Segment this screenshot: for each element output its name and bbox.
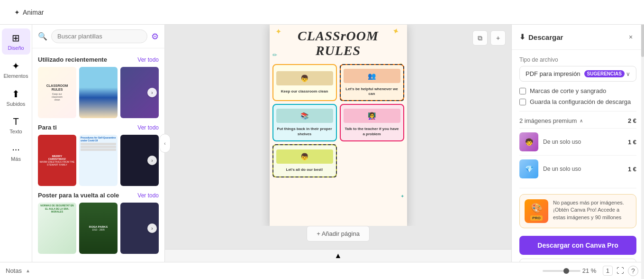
template-rosa-parks[interactable]: ROSA PARKS1913 - 2005 bbox=[79, 203, 118, 254]
download-close-button[interactable]: × bbox=[625, 31, 636, 43]
poster-title: CLASSrOOM RULES bbox=[270, 25, 407, 58]
download-panel: ⬇ Descargar × Tipo de archivo PDF para i… bbox=[511, 25, 644, 262]
download-scrollbar-thumb[interactable] bbox=[641, 25, 644, 57]
for-you-see-all[interactable]: Ver todo bbox=[137, 124, 159, 131]
poster-title-line2: RULES bbox=[270, 44, 407, 58]
download-scrollbar-track bbox=[641, 25, 644, 262]
design-icon: ⊞ bbox=[12, 32, 20, 44]
pay-and-download-button[interactable]: Pagar y descargar bbox=[519, 259, 636, 262]
text-icon: T bbox=[13, 116, 18, 127]
premium-title-area: 2 imágenes premium ∧ bbox=[519, 117, 583, 124]
add-page-label: + Añadir página bbox=[317, 230, 360, 237]
file-type-label: Tipo de archivo bbox=[519, 56, 636, 63]
add-page-area: + Añadir página bbox=[165, 226, 511, 249]
sidebar-item-text[interactable]: T Texto bbox=[2, 112, 30, 138]
poster-card-5-text: Let's all do our best! bbox=[286, 167, 323, 172]
recent-next-arrow[interactable]: › bbox=[147, 88, 157, 97]
canva-pro-thumb: 🎨 PRO bbox=[525, 199, 548, 223]
left-sidebar: ⊞ Diseño ✦ Elementos ⬆ Subidos T Texto ·… bbox=[0, 25, 32, 262]
poster-card-5: 👦 Let's all do our best! bbox=[272, 144, 337, 177]
template-christmas[interactable]: MERRYCHRISTMAS!WARM GREETINGS FROM THE S… bbox=[38, 135, 76, 186]
save-config-label: Guarda la configuración de descarga bbox=[530, 98, 631, 105]
suggestion-badge: SUGERENCIAS bbox=[584, 70, 625, 77]
decoration-star-tl: ✦ bbox=[275, 27, 281, 36]
zoom-slider[interactable] bbox=[543, 270, 581, 272]
fullscreen-icon[interactable]: ⛶ bbox=[617, 267, 624, 275]
school-title: Poster para la vuelta al cole bbox=[38, 192, 119, 199]
sidebar-item-elements[interactable]: ✦ Elementos bbox=[2, 56, 30, 83]
help-icon[interactable]: ? bbox=[628, 266, 638, 276]
template-panel: 🔍 ⚙ Utilizado recientemente Ver todo CLA… bbox=[32, 25, 165, 262]
premium-section: 2 imágenes premium ∧ 2 € 🧒 De un solo us… bbox=[519, 117, 636, 182]
zoom-value: 21 % bbox=[582, 267, 599, 274]
template-beach[interactable] bbox=[79, 67, 118, 118]
add-page-button[interactable]: + Añadir página bbox=[307, 226, 370, 242]
duplicate-canvas-button[interactable]: ⧉ bbox=[472, 30, 488, 46]
recent-see-all[interactable]: Ver todo bbox=[137, 56, 159, 63]
premium-price: 2 € bbox=[628, 117, 636, 124]
animate-icon: ✦ bbox=[14, 9, 20, 16]
premium-item-1-info: De un solo uso bbox=[543, 139, 581, 145]
download-title: ⬇ Descargar bbox=[519, 33, 563, 41]
notes-label: Notas bbox=[6, 267, 22, 274]
crop-marks-checkbox[interactable] bbox=[519, 88, 526, 94]
main-layout: ⊞ Diseño ✦ Elementos ⬆ Subidos T Texto ·… bbox=[0, 25, 644, 262]
file-type-name: PDF para impresión bbox=[526, 70, 581, 77]
premium-item-1: 🧒 De un solo uso 1 € bbox=[519, 128, 636, 155]
for-you-next-arrow[interactable]: › bbox=[147, 156, 157, 165]
canvas-scroll-up[interactable]: ▲ bbox=[165, 249, 511, 262]
school-section-header: Poster para la vuelta al cole Ver todo bbox=[38, 192, 159, 199]
page-indicator: 1 bbox=[603, 266, 613, 276]
premium-item-2-info: De un solo uso bbox=[543, 166, 581, 172]
premium-item-2-left: 💎 De un solo uso bbox=[519, 159, 581, 178]
sidebar-elements-label: Elementos bbox=[4, 73, 28, 79]
school-see-all[interactable]: Ver todo bbox=[137, 192, 159, 199]
premium-item-2-label: De un solo uso bbox=[543, 166, 581, 172]
checkbox-crop-marks: Marcas de corte y sangrado bbox=[519, 87, 636, 94]
bottom-bar: Notas ▲ 21 % 1 ⛶ ? bbox=[0, 262, 644, 279]
panel-scroll: Utilizado recientemente Ver todo CLASSRO… bbox=[32, 48, 164, 262]
collapse-panel-button[interactable]: ‹ bbox=[159, 134, 171, 153]
template-classroom[interactable]: CLASSROOMRULES Keep ourclassroomclean bbox=[38, 67, 76, 118]
file-type-selector[interactable]: PDF para impresión SUGERENCIAS ∨ bbox=[519, 66, 636, 82]
template-normas[interactable]: NORMAS DE SEGURETAT EN EL AULA DE LA SRA… bbox=[38, 203, 76, 254]
template-medical[interactable]: Procedures for Self-Quarantine under Cov… bbox=[79, 135, 118, 186]
canvas-content[interactable]: ⧉ + ✦ ✦ ✏ ◇ 〰 ✦ CLASSrOOM RULES bbox=[165, 25, 511, 226]
close-icon: × bbox=[629, 33, 633, 41]
sidebar-item-more[interactable]: ··· Más bbox=[2, 140, 30, 166]
pro-badge: PRO bbox=[530, 215, 542, 221]
poster-card-1-text: Keep our classroom clean bbox=[281, 89, 328, 94]
sidebar-design-label: Diseño bbox=[8, 45, 24, 51]
file-type-chevron-icon: ∨ bbox=[626, 71, 630, 77]
search-input[interactable] bbox=[51, 29, 147, 43]
premium-thumb-2: 💎 bbox=[519, 159, 538, 178]
download-with-pro-button[interactable]: Descargar con Canva Pro bbox=[519, 236, 636, 255]
premium-thumb-1: 🧒 bbox=[519, 132, 538, 151]
zoom-slider-thumb[interactable] bbox=[563, 268, 569, 274]
divider-1 bbox=[519, 111, 636, 112]
premium-item-2: 💎 De un solo uso 1 € bbox=[519, 155, 636, 182]
crop-marks-label: Marcas de corte y sangrado bbox=[530, 87, 606, 94]
recent-title: Utilizado recientemente bbox=[38, 56, 107, 63]
decoration-pencil: ✏ bbox=[272, 52, 277, 58]
poster-card-3-text: Put things back in their proper shelves bbox=[276, 127, 333, 137]
animate-button[interactable]: ✦ Animar bbox=[8, 6, 50, 19]
premium-chevron-icon[interactable]: ∧ bbox=[580, 118, 583, 123]
more-icon: ··· bbox=[12, 144, 20, 155]
poster-design: ✦ ✦ ✏ ◇ 〰 ✦ CLASSrOOM RULES 👦 Keep our c… bbox=[270, 25, 407, 226]
file-type-left: PDF para impresión SUGERENCIAS bbox=[526, 70, 625, 77]
school-templates: NORMAS DE SEGURETAT EN EL AULA DE LA SRA… bbox=[38, 203, 159, 254]
canvas-toolbar: ⧉ + bbox=[472, 30, 506, 46]
download-body: Tipo de archivo PDF para impresión SUGER… bbox=[512, 50, 644, 262]
save-config-checkbox[interactable] bbox=[519, 99, 526, 105]
filter-icon[interactable]: ⚙ bbox=[151, 31, 159, 42]
add-canvas-button[interactable]: + bbox=[490, 30, 506, 46]
sidebar-item-uploads[interactable]: ⬆ Subidos bbox=[2, 84, 30, 111]
school-next-arrow[interactable]: › bbox=[147, 223, 157, 233]
uploads-icon: ⬆ bbox=[12, 88, 20, 100]
poster-cards: 👦 Keep our classroom clean 👥 Let's be he… bbox=[270, 61, 407, 181]
sidebar-item-design[interactable]: ⊞ Diseño bbox=[2, 28, 30, 55]
notes-up-icon[interactable]: ▲ bbox=[26, 268, 30, 273]
premium-item-1-label: De un solo uso bbox=[543, 139, 581, 145]
premium-header: 2 imágenes premium ∧ 2 € bbox=[519, 117, 636, 124]
